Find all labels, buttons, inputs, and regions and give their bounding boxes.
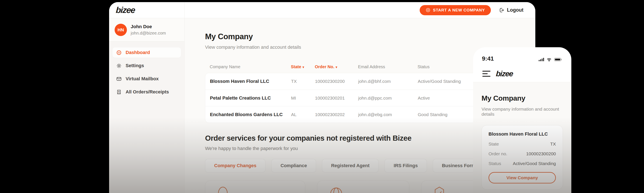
sort-caret-icon: ▾ (336, 65, 337, 69)
cell-email: john.d@ppc.com (358, 96, 418, 101)
company-card: Blossom Haven Floral LLC State TX Order … (482, 125, 563, 190)
phone-mockup: 9:41 bizee My Company View company infor… (473, 47, 571, 193)
sidebar-item-virtual-mailbox[interactable]: Virtual Mailbox (112, 74, 181, 84)
field-value: Active/Good Standing (513, 161, 556, 166)
hamburger-menu-icon[interactable] (482, 71, 490, 77)
cell-state: TX (291, 79, 315, 84)
field-label: Order no. (488, 151, 507, 156)
sidebar-item-label: Dashboard (126, 50, 150, 55)
sidebar: HN John Doe john.d@bizee.com Dashboard (109, 18, 184, 193)
logout-icon (499, 8, 504, 13)
bizee-logo[interactable]: bizee (496, 69, 513, 78)
field-label: Status (488, 161, 501, 166)
svg-text:$: $ (118, 90, 120, 93)
sidebar-item-all-orders-receipts[interactable]: $ All Orders/Receipts (112, 87, 181, 97)
phone-content: My Company View company information and … (473, 82, 571, 193)
phone-status-bar: 9:41 (473, 47, 571, 62)
ellipse-icon (218, 186, 305, 193)
bizee-logo[interactable]: bizee (116, 5, 135, 15)
service-card[interactable] (317, 180, 409, 193)
page-subtitle: View company information and account det… (205, 44, 521, 50)
status-icons (538, 58, 562, 62)
column-header-company-name: Company Name (210, 64, 291, 69)
signal-icon (538, 58, 544, 62)
tab-irs-filings[interactable]: IRS Filings (384, 159, 427, 172)
phone-page-subtitle: View company information and account det… (482, 106, 563, 117)
cell-company-name: Blossom Haven Floral LLC (210, 78, 291, 84)
user-info: John Doe john.d@bizee.com (131, 24, 166, 36)
status-time: 9:41 (482, 55, 494, 62)
plus-circle-icon (426, 8, 430, 12)
cell-order-no: 100002300201 (315, 96, 358, 101)
cell-company-name: Enchanted Blooms Gardens LLC (210, 112, 291, 117)
sidebar-item-label: All Orders/Receipts (126, 89, 169, 95)
app-header: bizee START A NEW COMPANY Logout (109, 2, 535, 18)
header-divider (184, 2, 185, 18)
user-email: john.d@bizee.com (131, 31, 166, 36)
phone-page-title: My Company (482, 94, 563, 102)
logout-label: Logout (507, 7, 524, 13)
cell-email: john.d@ebg.com (358, 112, 418, 117)
start-new-company-label: START A NEW COMPANY (433, 8, 485, 12)
column-header-order-no-sort[interactable]: Order No.▾ (315, 64, 358, 69)
start-new-company-button[interactable]: START A NEW COMPANY (420, 5, 491, 15)
mail-icon (116, 76, 122, 82)
field-value: 100002300200 (526, 151, 556, 156)
phone-header: bizee (473, 62, 571, 82)
sidebar-menu: Dashboard Settings Virtual Mailbox (109, 42, 184, 106)
receipt-icon: $ (116, 89, 122, 95)
avatar: HN (114, 24, 127, 36)
tab-company-changes[interactable]: Company Changes (205, 159, 266, 172)
globe-icon (330, 186, 409, 193)
tab-registered-agent[interactable]: Registered Agent (322, 159, 378, 172)
sidebar-item-label: Virtual Mailbox (126, 76, 159, 82)
user-name: John Doe (131, 24, 166, 30)
marketing-canvas: bizee START A NEW COMPANY Logout (0, 0, 644, 193)
logout-button[interactable]: Logout (499, 7, 524, 13)
cell-order-no: 100002300202 (315, 112, 358, 117)
company-card-title: Blossom Haven Floral LLC (488, 131, 556, 137)
wifi-icon (546, 58, 552, 62)
view-company-button[interactable]: View Company (488, 172, 556, 184)
company-card-field: State TX (488, 142, 556, 146)
column-header-state-sort[interactable]: State▾ (291, 64, 315, 69)
page-title: My Company (205, 32, 521, 41)
sort-caret-icon: ▾ (302, 65, 304, 69)
gear-icon (116, 63, 122, 69)
company-card-field: Order no. 100002300200 (488, 151, 556, 156)
battery-icon (554, 58, 562, 62)
user-profile: HN John Doe john.d@bizee.com (109, 18, 184, 42)
cell-email: john.d@bhf.com (358, 79, 418, 84)
cell-state: AL (291, 112, 315, 117)
tab-compliance[interactable]: Compliance (271, 159, 316, 172)
header-actions: START A NEW COMPANY Logout (420, 5, 535, 15)
cell-state: MI (291, 96, 315, 101)
gauge-icon (116, 50, 122, 56)
cell-company-name: Petal Palette Creations LLC (210, 95, 291, 101)
sidebar-item-settings[interactable]: Settings (112, 60, 181, 71)
field-value: TX (550, 142, 556, 146)
desktop-app-window: bizee START A NEW COMPANY Logout (109, 2, 535, 193)
sidebar-item-dashboard[interactable]: Dashboard (112, 48, 181, 58)
column-header-email: Email Address (358, 64, 418, 69)
field-label: State (488, 142, 499, 146)
cell-order-no: 100002300200 (315, 79, 358, 84)
company-card-field: Status Active/Good Standing (488, 161, 556, 166)
sidebar-item-label: Settings (126, 63, 144, 68)
service-card[interactable] (205, 180, 305, 193)
